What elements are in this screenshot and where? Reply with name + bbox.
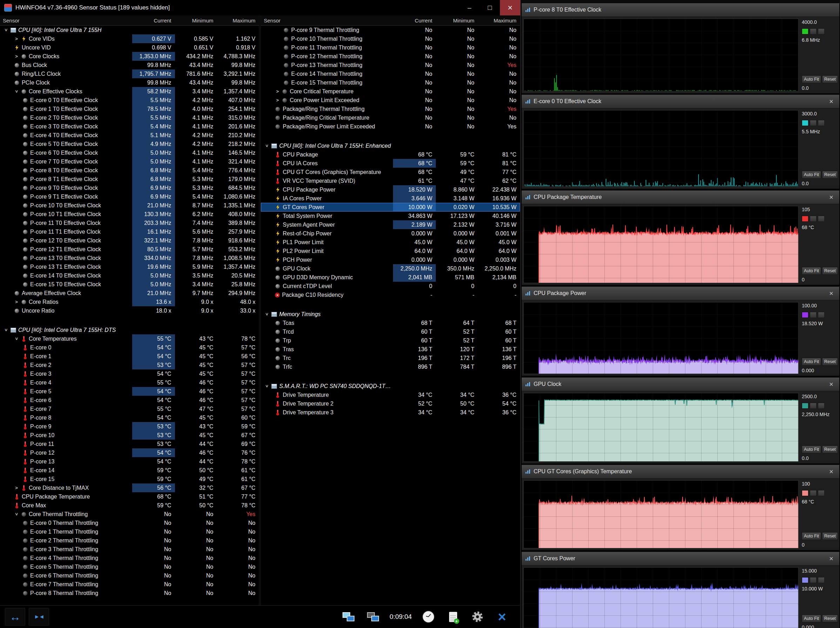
close-button[interactable]: ×: [500, 0, 520, 16]
sensor-row[interactable]: E-core 6 T0 Effective Clock5.0 MHz4.1 MH…: [0, 149, 259, 157]
collapse-chevron-icon[interactable]: >: [3, 328, 9, 332]
series-color-swatch[interactable]: [802, 28, 808, 34]
clock-button[interactable]: [418, 608, 439, 626]
settings-button[interactable]: [467, 608, 488, 626]
graph-titlebar[interactable]: GPU Clock×: [522, 378, 839, 391]
auto-fit-button[interactable]: Auto Fit: [802, 615, 821, 622]
sensor-group-header[interactable]: >S.M.A.R.T.: WD PC SN740 SDDQNQD-1T00...: [261, 382, 520, 391]
sensor-row[interactable]: Uncore Ratio18.0 x9.0 x33.0 x: [0, 306, 259, 315]
sensor-row[interactable]: E-core 455 °C46 °C57 °C: [0, 378, 259, 387]
collapse-chevron-icon[interactable]: >: [264, 144, 270, 149]
collapse-chevron-icon[interactable]: >: [264, 384, 270, 389]
collapse-chevron-icon[interactable]: >: [264, 312, 270, 317]
sensor-group-header[interactable]: >CPU [#0]: Intel Core Ultra 7 155H: DTS: [0, 326, 259, 334]
sensor-row[interactable]: P-core 9 T0 Effective Clock6.9 MHz5.3 MH…: [0, 183, 259, 192]
sensor-row[interactable]: CPU Package Temperature68 °C51 °C77 °C: [0, 492, 259, 501]
sensor-row[interactable]: Ring/LLC Clock1,795.7 MHz781.6 MHz3,292.…: [0, 70, 259, 78]
exit-button[interactable]: ×: [492, 608, 512, 626]
sensor-row[interactable]: E-core 3 Thermal ThrottlingNoNoNo: [0, 545, 259, 554]
sensor-row[interactable]: E-core 1 T0 Effective Clock78.5 MHz4.0 M…: [0, 104, 259, 113]
sensor-row[interactable]: P-core 1153 °C44 °C69 °C: [0, 440, 259, 448]
sensor-row[interactable]: Current cTDP Level000: [261, 282, 520, 291]
sensor-row[interactable]: E-core 0 T0 Effective Clock5.5 MHz4.2 MH…: [0, 96, 259, 104]
minimize-button[interactable]: –: [459, 0, 480, 16]
collapse-columns-button[interactable]: ►◄: [29, 608, 49, 626]
sensor-row[interactable]: P-core 1053 °C45 °C67 °C: [0, 431, 259, 440]
expand-chevron-icon[interactable]: >: [14, 485, 19, 490]
graph-option-button[interactable]: [818, 577, 824, 583]
sensor-row[interactable]: >Core Effective Clocks58.2 MHz3.4 MHz1,3…: [0, 87, 259, 96]
sensor-row[interactable]: CPU GT Cores (Graphics) Temperature68 °C…: [261, 168, 520, 177]
sensor-row[interactable]: P-core 8 T0 Effective Clock6.8 MHz5.4 MH…: [0, 166, 259, 175]
auto-fit-button[interactable]: Auto Fit: [802, 267, 821, 275]
sensor-row[interactable]: CPU IA Cores68 °C59 °C81 °C: [261, 159, 520, 168]
series-color-swatch[interactable]: [802, 312, 808, 318]
graph-option-button[interactable]: [818, 403, 824, 409]
sensor-row[interactable]: IA Cores Power3.646 W3.148 W16.936 W: [261, 194, 520, 203]
graph-close-icon[interactable]: ×: [827, 380, 836, 388]
sensor-row[interactable]: Trp60 T52 T60 T: [261, 336, 520, 345]
sensor-row[interactable]: Uncore VID0.698 V0.651 V0.918 V: [0, 43, 259, 52]
graph-titlebar[interactable]: CPU GT Cores (Graphics) Temperature×: [522, 465, 839, 479]
graph-option-button[interactable]: [810, 577, 816, 583]
expand-chevron-icon[interactable]: >: [14, 36, 19, 41]
sensor-row[interactable]: E-core 4 T0 Effective Clock5.1 MHz4.2 MH…: [0, 131, 259, 140]
expand-chevron-icon[interactable]: >: [14, 299, 19, 305]
series-color-swatch[interactable]: [802, 216, 808, 222]
sensor-row[interactable]: E-core 7 Thermal ThrottlingNoNoNo: [0, 580, 259, 589]
reset-button[interactable]: Reset: [822, 171, 838, 179]
graph-option-button[interactable]: [810, 216, 816, 222]
sensor-row[interactable]: Rest-of-Chip Power0.000 W0.000 W0.001 W: [261, 229, 520, 238]
sensor-row[interactable]: P-core 13 Thermal ThrottlingNoNoYes: [261, 61, 520, 70]
sensor-row[interactable]: Package/Ring Thermal ThrottlingNoNoYes: [261, 104, 520, 113]
sensor-row[interactable]: Drive Temperature 252 °C50 °C54 °C: [261, 399, 520, 408]
series-color-swatch[interactable]: [802, 403, 808, 409]
graph-option-button[interactable]: [818, 216, 824, 222]
graph-titlebar[interactable]: GT Cores Power×: [522, 552, 839, 566]
sensor-row[interactable]: P-core 11 T1 Effective Clock16.1 MHz5.6 …: [0, 227, 259, 236]
maximize-button[interactable]: □: [480, 0, 500, 16]
sensor-row[interactable]: GPU D3D Memory Dynamic2,041 MB571 MB2,13…: [261, 273, 520, 282]
sensor-row[interactable]: P-core 11 Thermal ThrottlingNoNoNo: [261, 43, 520, 52]
sensor-row[interactable]: P-core 1354 °C44 °C78 °C: [0, 457, 259, 466]
sensor-row[interactable]: Trc196 T172 T196 T: [261, 354, 520, 362]
sensor-row[interactable]: >Core VIDs0.627 V0.585 V1.162 V: [0, 34, 259, 43]
column-header-current[interactable]: Current: [132, 17, 175, 24]
reset-button[interactable]: Reset: [822, 267, 838, 275]
sensor-row[interactable]: >Core Thermal ThrottlingNoNoYes: [0, 510, 259, 519]
graph-option-button[interactable]: [810, 120, 816, 126]
sensor-row[interactable]: E-core 5 Thermal ThrottlingNoNoNo: [0, 562, 259, 571]
sensor-row[interactable]: PL1 Power Limit45.0 W45.0 W45.0 W: [261, 238, 520, 247]
sensor-row[interactable]: E-core 1559 °C49 °C61 °C: [0, 475, 259, 484]
reset-button[interactable]: Reset: [822, 358, 838, 365]
reset-button[interactable]: Reset: [822, 615, 838, 622]
graph-close-icon[interactable]: ×: [827, 193, 836, 201]
series-color-swatch[interactable]: [802, 577, 808, 583]
auto-fit-button[interactable]: Auto Fit: [802, 532, 821, 540]
sensor-row[interactable]: PL2 Power Limit64.0 W64.0 W64.0 W: [261, 247, 520, 255]
sensor-row[interactable]: P-core 953 °C43 °C59 °C: [0, 422, 259, 431]
reset-button[interactable]: Reset: [822, 446, 838, 453]
graph-option-button[interactable]: [810, 28, 816, 34]
sensor-row[interactable]: P-core 13 T1 Effective Clock19.6 MHz5.9 …: [0, 263, 259, 271]
column-header-minimum[interactable]: Minimum: [175, 17, 217, 24]
sensor-row[interactable]: P-core 13 T0 Effective Clock334.0 MHz7.8…: [0, 254, 259, 263]
sensor-row[interactable]: E-core 554 °C46 °C57 °C: [0, 387, 259, 396]
series-color-swatch[interactable]: [802, 490, 808, 496]
sensor-row[interactable]: P-core 10 T0 Effective Clock21.0 MHz8.7 …: [0, 201, 259, 210]
sensor-row[interactable]: ×Package C10 Residency---: [261, 291, 520, 299]
sensor-row[interactable]: E-core 7 T0 Effective Clock5.0 MHz4.1 MH…: [0, 157, 259, 166]
sensor-row[interactable]: CPU Package Power18.520 W8.860 W22.438 W: [261, 185, 520, 194]
sensor-row[interactable]: E-core 4 Thermal ThrottlingNoNoNo: [0, 554, 259, 562]
expand-chevron-icon[interactable]: >: [275, 89, 280, 94]
monitoring-screens-button[interactable]: [338, 608, 358, 626]
expand-chevron-icon[interactable]: >: [14, 54, 19, 59]
sensor-row[interactable]: VR VCC Temperature (SVID)61 °C47 °C62 °C: [261, 177, 520, 185]
expand-columns-button[interactable]: ↔: [5, 608, 25, 626]
sensor-row[interactable]: P-core 1254 °C46 °C76 °C: [0, 448, 259, 457]
sensor-row[interactable]: >Core Critical TemperatureNoNoNo: [261, 87, 520, 96]
remote-screens-button[interactable]: [363, 608, 383, 626]
sensor-row[interactable]: E-core 0 Thermal ThrottlingNoNoNo: [0, 519, 259, 527]
sensor-row[interactable]: Package/Ring Power Limit ExceededNoNoYes: [261, 122, 520, 131]
sensor-row[interactable]: P-core 9 Thermal ThrottlingNoNoNo: [261, 25, 520, 34]
